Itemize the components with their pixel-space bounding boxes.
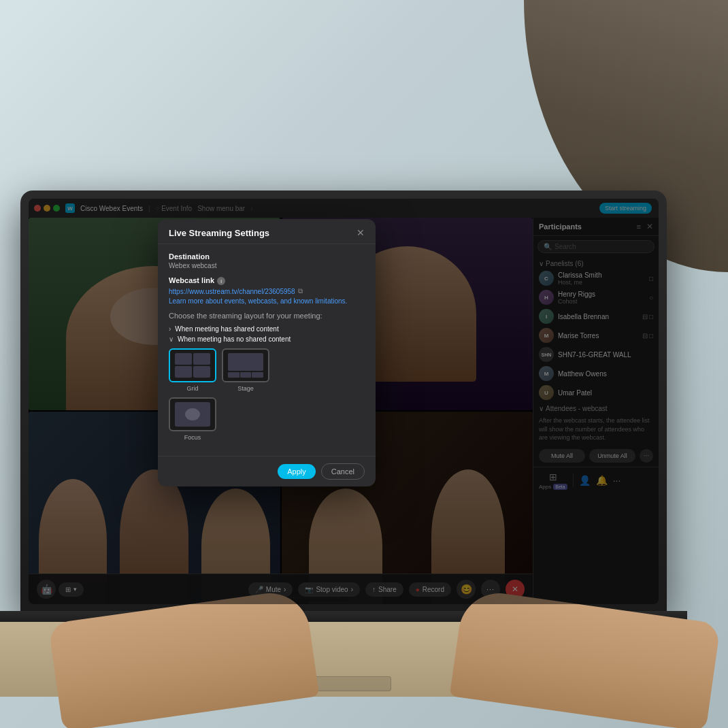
apply-button[interactable]: Apply [278, 464, 316, 479]
grid-cell-4 [193, 366, 210, 378]
choose-layout-section: Choose the streaming layout for your mee… [169, 312, 365, 441]
destination-value: Webex webcast [169, 262, 365, 269]
modal-close-btn[interactable]: ✕ [357, 227, 365, 238]
cancel-button[interactable]: Cancel [321, 463, 365, 480]
focus-label: Focus [184, 434, 201, 441]
destination-label: Destination [169, 252, 365, 261]
modal-overlay: Live Streaming Settings ✕ Destination We… [29, 199, 659, 604]
modal-body: Destination Webex webcast Webcast link i [158, 244, 376, 456]
webcast-link-label: Webcast link [169, 276, 214, 284]
grid-label: Grid [186, 385, 198, 392]
layout-option-focus[interactable]: Focus [169, 397, 216, 441]
focus-preview [175, 402, 211, 427]
modal-header: Live Streaming Settings ✕ [158, 219, 376, 244]
stage-strip-cell-2 [240, 372, 252, 378]
layout-thumb-grid[interactable] [169, 348, 216, 382]
stage-strip [228, 372, 264, 378]
no-shared-toggle-arrow: ∨ [169, 335, 173, 343]
webcast-url-row: https://www.ustream.tv/channel/23605958 … [169, 287, 365, 295]
layout-thumb-focus[interactable] [169, 397, 216, 431]
layout-option-grid[interactable]: Grid [169, 348, 216, 392]
grid-preview [175, 353, 211, 378]
laptop-screen: W Cisco Webex Events | ○ Event Info Show… [29, 199, 659, 604]
layout-options-row2: Focus [169, 397, 365, 441]
copy-icon[interactable]: ⧉ [298, 287, 303, 295]
no-shared-content-toggle[interactable]: ∨ When meeting has no shared content [169, 335, 365, 343]
shared-content-label: When meeting has shared content [175, 325, 278, 333]
screen-content: W Cisco Webex Events | ○ Event Info Show… [29, 199, 659, 604]
shared-content-toggle[interactable]: › When meeting has shared content [169, 325, 365, 333]
grid-cell-3 [175, 366, 192, 378]
stage-label: Stage [237, 385, 254, 392]
grid-cell-1 [175, 353, 192, 365]
learn-more-link[interactable]: Learn more about events, webcasts, and k… [169, 297, 365, 305]
live-streaming-modal: Live Streaming Settings ✕ Destination We… [158, 219, 376, 486]
no-shared-content-label: When meeting has no shared content [178, 335, 291, 343]
webcast-link-section: Webcast link i https://www.ustream.tv/ch… [169, 276, 365, 305]
choose-layout-title: Choose the streaming layout for your mee… [169, 312, 365, 320]
destination-section: Destination Webex webcast [169, 252, 365, 269]
stage-preview [228, 353, 264, 378]
laptop-body: W Cisco Webex Events | ○ Event Info Show… [20, 191, 667, 612]
layout-option-stage[interactable]: Stage [222, 348, 269, 392]
stage-strip-cell-1 [228, 372, 239, 378]
stage-strip-cell-3 [252, 372, 263, 378]
webcast-link-header: Webcast link i [169, 276, 365, 286]
stage-main [228, 353, 264, 371]
layout-options: Grid [169, 348, 365, 392]
grid-cell-2 [193, 353, 210, 365]
layout-thumb-stage[interactable] [222, 348, 269, 382]
modal-footer: Apply Cancel [158, 456, 376, 486]
webcast-url: https://www.ustream.tv/channel/23605958 [169, 288, 295, 295]
modal-title: Live Streaming Settings [169, 228, 269, 238]
focus-main [175, 402, 211, 427]
info-icon[interactable]: i [217, 277, 225, 285]
shared-toggle-arrow: › [169, 325, 171, 333]
